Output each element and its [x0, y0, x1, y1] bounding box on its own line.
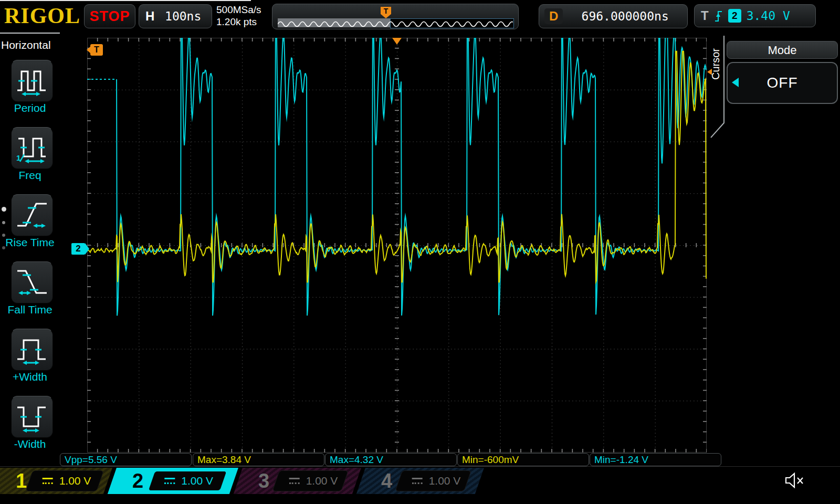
muted-speaker-icon[interactable] [783, 471, 806, 490]
page-dot-active [2, 207, 6, 212]
measure-button-rise-time[interactable] [11, 194, 53, 236]
oscilloscope-screen: RIGOL STOP H 100ns 500MSa/s 1.20k pts T … [0, 0, 840, 504]
channel3-scale: 1.00 V [306, 475, 338, 487]
top-edge-highlight [0, 0, 251, 1]
channel1-scale: 1.00 V [59, 475, 91, 487]
channel3-scale-box[interactable]: 1.00 V [272, 470, 349, 491]
dc-coupling-icon [164, 478, 175, 484]
tab-cursor[interactable]: Cursor [710, 48, 722, 80]
menu-title-mode: Mode [727, 41, 838, 59]
channel4-number: 4 [381, 468, 392, 494]
trigger-source-badge: 2 [728, 9, 741, 23]
channel1-number: 1 [16, 468, 27, 494]
channel2-scale-box[interactable]: 1.00 V [147, 470, 228, 491]
channel4-scale-box[interactable]: 1.00 V [395, 470, 471, 491]
trigger-position-badge[interactable]: T [90, 44, 103, 56]
measure-button-plus-width[interactable] [11, 329, 53, 371]
sidebar-divider [0, 33, 60, 34]
acquisition-info: 500MSa/s 1.20k pts [216, 4, 261, 28]
channel2-scale: 1.00 V [181, 475, 213, 487]
minus-width-icon [15, 400, 49, 434]
channel3-number: 3 [258, 468, 269, 494]
channel4-scale: 1.00 V [429, 475, 461, 487]
waveform-display [87, 38, 707, 453]
measure-label-freq: Freq [0, 169, 60, 182]
delay-label: D [544, 8, 563, 24]
measure-label-period: Period [0, 102, 60, 114]
trigger-status-box: T 2 3.40 V [694, 4, 816, 27]
measurement-slot-2[interactable]: Max=3.84 V [193, 453, 324, 466]
horizontal-label: H [145, 9, 154, 24]
trigger-level-value: 3.40 V [747, 9, 790, 23]
channel1-scale-box[interactable]: 1.00 V [25, 470, 104, 491]
page-dot [2, 221, 5, 224]
dc-coupling-icon [289, 478, 300, 484]
memory-preview-bar[interactable]: T [272, 4, 519, 29]
measurement-value: Vpp=5.56 V [65, 454, 117, 465]
freq-icon: 1 [15, 131, 49, 165]
dc-coupling-icon [43, 478, 53, 484]
dc-coupling-icon [412, 478, 423, 484]
trigger-label: T [701, 8, 709, 23]
rising-edge-icon [714, 8, 723, 23]
rise-time-icon [15, 198, 49, 232]
measurement-slot-5[interactable]: Min=-1.24 V [590, 453, 721, 466]
preview-trigger-pin[interactable]: T [381, 7, 391, 18]
plus-width-icon [15, 333, 49, 366]
period-icon [15, 64, 49, 98]
measurement-value: Max=3.84 V [197, 454, 251, 465]
page-dot [2, 234, 5, 237]
channel2-offset-badge[interactable]: 2 [71, 243, 85, 255]
timebase-value: 100ns [154, 9, 212, 23]
measure-button-minus-width[interactable] [11, 396, 53, 438]
sidebar-title: Horizontal [1, 39, 60, 51]
delay-value: 696.000000ns [563, 9, 687, 23]
fall-time-icon [15, 266, 49, 299]
measurement-value: Min=-600mV [462, 454, 519, 465]
measure-label-rise-time: Rise Time [0, 236, 60, 249]
measure-label-fall-time: Fall Time [0, 303, 60, 316]
channel2-number: 2 [132, 468, 143, 494]
measure-button-freq[interactable]: 1 [11, 127, 53, 169]
cursor-mode-button[interactable]: OFF [727, 62, 838, 104]
sample-rate: 500MSa/s [216, 4, 261, 16]
measurement-slot-1[interactable]: Vpp=5.56 V [60, 453, 192, 466]
measurement-value: Min=-1.24 V [594, 454, 648, 465]
cursor-mode-value: OFF [728, 63, 837, 103]
measurement-slot-4[interactable]: Min=-600mV [457, 453, 589, 466]
measurement-slot-3[interactable]: Max=4.32 V [325, 453, 457, 466]
preview-waveform [278, 18, 513, 27]
measure-button-period[interactable] [11, 60, 53, 102]
measurement-value: Max=4.32 V [330, 454, 383, 465]
page-dot [2, 246, 5, 249]
trigger-time-marker[interactable] [392, 38, 402, 45]
memory-depth: 1.20k pts [216, 16, 261, 28]
measure-label-minus-width: -Width [0, 438, 60, 450]
channel-bar-divider [0, 466, 840, 467]
run-stop-status[interactable]: STOP [84, 4, 135, 28]
rigol-logo: RIGOL [4, 3, 80, 28]
run-state-label: STOP [89, 8, 130, 25]
measure-button-fall-time[interactable] [11, 261, 53, 303]
horizontal-timebase-box[interactable]: H 100ns [139, 4, 212, 28]
trigger-delay-box: D 696.000000ns [539, 4, 688, 28]
measure-label-plus-width: +Width [0, 371, 60, 383]
channel2-offset-badge-tip [85, 243, 89, 255]
